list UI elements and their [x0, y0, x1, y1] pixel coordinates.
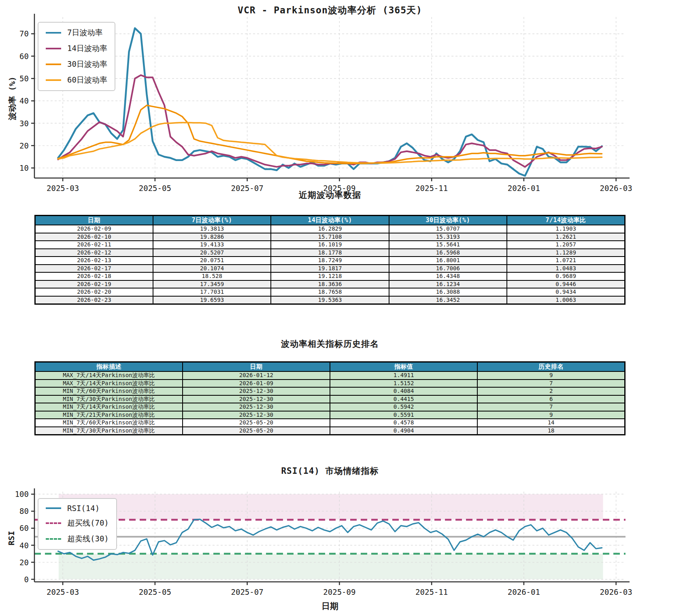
table-cell: 2026-02-13 — [35, 257, 153, 265]
table-cell: 15.5641 — [389, 241, 507, 249]
y-tick-label: 70 — [19, 29, 29, 38]
y-tick-label: 60 — [19, 524, 29, 532]
table-cell: 2026-02-11 — [35, 241, 153, 249]
table-cell: 19.8286 — [153, 233, 271, 241]
table-cell: 2026-02-12 — [35, 249, 153, 257]
table-cell: 20.0751 — [153, 257, 271, 265]
table-row: MIN_7天/14天Parkinson波动率比2025-12-300.59427 — [35, 403, 625, 411]
table-cell: 1.0483 — [507, 265, 625, 273]
legend-label: RSI(14) — [67, 504, 100, 513]
table-cell: 0.4904 — [330, 427, 477, 435]
table-cell: 17.7031 — [153, 288, 271, 296]
table-cell: 2025-12-30 — [183, 395, 330, 403]
table-row: MAX_7天/14天Parkinson波动率比2026-01-091.51527 — [35, 380, 625, 388]
table-cell: 16.5968 — [389, 249, 507, 257]
y-tick-label: 10 — [19, 163, 29, 172]
series-line — [58, 75, 602, 167]
table-cell: 18.528 — [153, 272, 271, 280]
table-cell: MIN_7天/60天Parkinson波动率比 — [35, 419, 183, 427]
table-cell: 1.5152 — [330, 380, 477, 388]
legend-item: 14日波动率 — [46, 43, 107, 54]
table-cell: MIN_7天/30天Parkinson波动率比 — [35, 395, 183, 403]
column-header: 日期 — [183, 362, 330, 372]
indicator-ranking-table: 指标描述日期指标值历史排名MAX_7天/14天Parkinson波动率比2026… — [34, 361, 626, 435]
legend-line-swatch — [46, 48, 61, 49]
table-cell: 2 — [477, 387, 625, 395]
table-row: MIN_7天/21天Parkinson波动率比2025-12-300.55919 — [35, 411, 625, 419]
x-tick-label: 2026-03 — [600, 588, 632, 596]
table-cell: 0.9689 — [507, 272, 625, 280]
table-cell: 15.0707 — [389, 225, 507, 233]
table-cell: 2025-05-20 — [183, 427, 330, 435]
table-row: 2026-02-0919.381316.282915.07071.1903 — [35, 225, 625, 233]
rsi-legend: RSI(14)超买线(70)超卖线(30) — [38, 498, 117, 550]
table-cell: 0.5942 — [330, 403, 477, 411]
table-cell: 0.9434 — [507, 288, 625, 296]
table-cell: MIN_7天/21天Parkinson波动率比 — [35, 411, 183, 419]
table-cell: 0.4578 — [330, 419, 477, 427]
legend-label: 60日波动率 — [67, 75, 107, 85]
table-cell: 1.0721 — [507, 257, 625, 265]
table-cell: MIN_7天/30天Parkinson波动率比 — [35, 427, 183, 435]
table-cell: 19.1817 — [271, 265, 389, 273]
series-line — [58, 123, 602, 163]
table-row: MIN_7天/60天Parkinson波动率比2025-12-300.40842 — [35, 387, 625, 395]
table-cell: 18.3636 — [271, 280, 389, 288]
x-tick-label: 2025-07 — [231, 588, 264, 596]
legend-item: 60日波动率 — [46, 75, 107, 85]
rsi-chart-title: RSI(14) 市场情绪指标 — [0, 465, 660, 477]
column-header: 历史排名 — [477, 362, 625, 372]
table-cell: 2026-02-18 — [35, 272, 153, 280]
volatility-dashboard: VCR - Parkinson波动率分析 (365天) 波动率 (%) 1020… — [0, 0, 700, 613]
column-header: 7日波动率(%) — [153, 216, 271, 225]
table-cell: 1.1289 — [507, 249, 625, 257]
table-cell: 17.3459 — [153, 280, 271, 288]
table-cell: 19.5363 — [271, 296, 389, 304]
legend-item: 7日波动率 — [46, 28, 107, 38]
table-cell: 20.5207 — [153, 249, 271, 257]
column-header: 14日波动率(%) — [271, 216, 389, 225]
table-cell: 20.1074 — [153, 265, 271, 273]
table-row: 2026-02-1720.107419.181716.70061.0483 — [35, 265, 625, 273]
band — [59, 494, 603, 520]
table-cell: 19.4133 — [153, 241, 271, 249]
table-cell: MIN_7天/60天Parkinson波动率比 — [35, 387, 183, 395]
table-cell: 2026-02-19 — [35, 280, 153, 288]
x-tick-label: 2026-01 — [508, 588, 540, 596]
table-cell: 19.6593 — [153, 296, 271, 304]
column-header: 指标描述 — [35, 362, 183, 372]
column-header: 日期 — [35, 216, 153, 225]
legend-line-swatch — [46, 538, 61, 540]
y-tick-label: 80 — [19, 507, 29, 515]
table-cell: 0.4084 — [330, 387, 477, 395]
legend-label: 14日波动率 — [67, 43, 107, 54]
column-header: 30日波动率(%) — [389, 216, 507, 225]
table-cell: 2026-01-09 — [183, 380, 330, 388]
x-tick-label: 2025-09 — [323, 588, 355, 596]
x-tick-label: 2025-11 — [415, 588, 448, 596]
table-cell: 14 — [477, 419, 625, 427]
table-cell: 16.3452 — [389, 296, 507, 304]
table-cell: 2025-12-30 — [183, 387, 330, 395]
table-cell: 2026-02-17 — [35, 265, 153, 273]
table-row: 2026-02-1917.345918.363616.12340.9446 — [35, 280, 625, 288]
table-cell: 2025-12-30 — [183, 403, 330, 411]
table-row: 2026-02-1818.52819.121816.43480.9689 — [35, 272, 625, 280]
table-cell: 1.1903 — [507, 225, 625, 233]
table-cell: 7 — [477, 380, 625, 388]
table-cell: 0.5591 — [330, 411, 477, 419]
legend-item: 30日波动率 — [46, 59, 107, 70]
table-cell: 16.1234 — [389, 280, 507, 288]
table-cell: 1.2057 — [507, 241, 625, 249]
legend-line-swatch — [46, 507, 61, 509]
legend-item: 超买线(70) — [46, 518, 109, 528]
table-cell: 18.1778 — [271, 249, 389, 257]
table-cell: 2026-02-10 — [35, 233, 153, 241]
legend-line-swatch — [46, 79, 61, 81]
table-cell: 2025-12-30 — [183, 411, 330, 419]
y-tick-label: 20 — [19, 558, 29, 567]
legend-label: 超卖线(30) — [67, 534, 109, 544]
y-tick-label: 40 — [19, 541, 29, 550]
legend-label: 7日波动率 — [67, 28, 102, 38]
table-cell: 6 — [477, 395, 625, 403]
